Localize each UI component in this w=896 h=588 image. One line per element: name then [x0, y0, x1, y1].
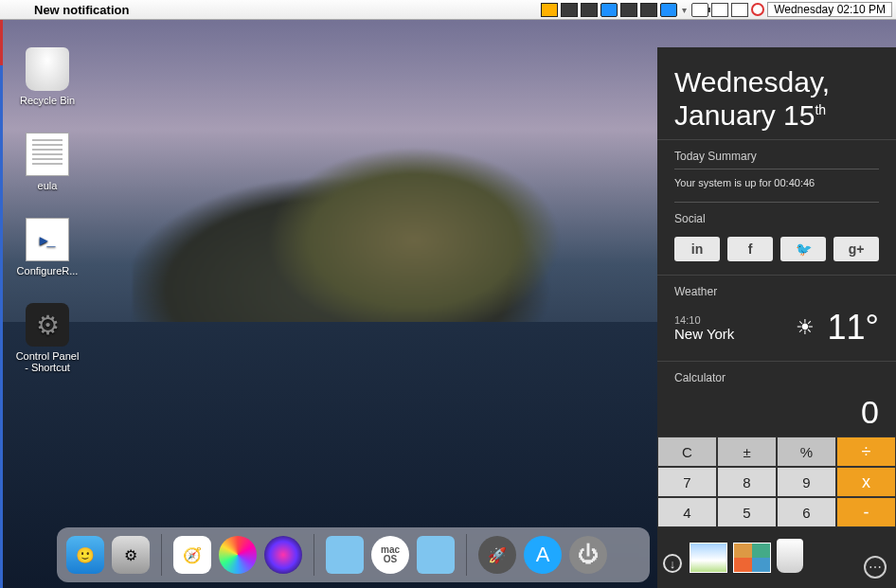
sidebar-widget-panel: Wednesday, January 15th Today Summary Yo…	[657, 47, 896, 588]
desktop-icons: Recycle Bin eula ▸_ ConfigureR... ⚙ Cont…	[11, 47, 83, 400]
gear-icon: ⚙	[26, 303, 69, 347]
tray-app-icon[interactable]	[561, 3, 578, 17]
twitter-button[interactable]: 🐦	[780, 237, 826, 261]
date-suffix: th	[815, 102, 826, 117]
calc-6-button[interactable]: 6	[777, 497, 836, 527]
thumbnail-photo[interactable]	[690, 543, 727, 573]
icon-label: eula	[11, 180, 83, 191]
dock-documents-folder[interactable]	[326, 536, 364, 574]
dock-downloads-folder[interactable]	[417, 536, 455, 574]
social-buttons: in f 🐦 g+	[657, 231, 896, 275]
weather-time: 14:10	[674, 314, 796, 326]
eula-icon[interactable]: eula	[11, 133, 83, 191]
menubar: New notification ▾ Wednesday 02:10 PM	[0, 0, 896, 20]
dock-launchpad[interactable]: 🚀	[478, 536, 516, 574]
dock-safari[interactable]: 🧭	[173, 536, 211, 574]
calculator-header: Calculator	[657, 361, 896, 390]
tray-file-manager-icon[interactable]	[541, 3, 558, 17]
dock: 🙂 ⚙ 🧭 macOS 🚀 A ⏻	[57, 527, 650, 582]
dock-macos[interactable]: macOS	[371, 536, 409, 574]
calc-clear-button[interactable]: C	[657, 437, 717, 467]
tray-chevron-icon[interactable]: ▾	[680, 5, 689, 15]
desktop-thumbnail-stack	[690, 539, 803, 573]
calc-5-button[interactable]: 5	[717, 497, 777, 527]
calculator-keypad: C ± % ÷ 7 8 9 x 4 5 6 -	[657, 437, 896, 527]
calculator-widget: 0 C ± % ÷ 7 8 9 x 4 5 6 -	[657, 390, 896, 527]
powershell-icon: ▸_	[26, 218, 69, 261]
date-line2: January 15th	[674, 99, 879, 133]
weather-temp: 11°	[828, 308, 879, 347]
tray-monitor-icon[interactable]	[711, 3, 728, 17]
social-header: Social	[657, 203, 896, 231]
dock-power[interactable]: ⏻	[569, 536, 607, 574]
recycle-bin-icon[interactable]: Recycle Bin	[11, 47, 83, 106]
tray-edge-icon[interactable]	[660, 3, 677, 17]
configure-remoting-icon[interactable]: ▸_ ConfigureR...	[11, 218, 83, 276]
date-line1: Wednesday,	[674, 66, 879, 99]
dock-system-preferences[interactable]: ⚙	[112, 536, 150, 574]
calc-percent-button[interactable]: %	[777, 437, 836, 467]
calc-plusminus-button[interactable]: ±	[717, 437, 777, 467]
googleplus-button[interactable]: g+	[833, 237, 879, 261]
calc-7-button[interactable]: 7	[657, 467, 717, 497]
tray-app-icon[interactable]	[640, 3, 657, 17]
weather-city: New York	[674, 326, 796, 342]
dock-separator	[314, 534, 314, 576]
dock-trash[interactable]	[777, 539, 803, 573]
calculator-display: 0	[657, 390, 896, 437]
calc-divide-button[interactable]: ÷	[836, 437, 896, 467]
control-panel-shortcut-icon[interactable]: ⚙ Control Panel - Shortcut	[11, 303, 83, 373]
weather-widget[interactable]: 14:10 New York ☀ 11°	[657, 304, 896, 361]
thumbnail-tiles[interactable]	[733, 543, 771, 573]
date-widget: Wednesday, January 15th	[657, 47, 896, 139]
tray-blocked-icon[interactable]	[751, 3, 764, 16]
calc-9-button[interactable]: 9	[777, 467, 836, 497]
weather-header: Weather	[657, 275, 896, 304]
tray-app-icon[interactable]	[581, 3, 598, 17]
tray-clock[interactable]: Wednesday 02:10 PM	[767, 2, 892, 17]
date-month-day: January 15	[674, 99, 815, 131]
download-badge-icon[interactable]: ↓	[663, 554, 682, 573]
icon-label: ConfigureR...	[11, 265, 83, 276]
sun-icon: ☀	[796, 315, 815, 340]
calc-multiply-button[interactable]: x	[836, 467, 896, 497]
tray-edge-icon[interactable]	[600, 3, 618, 17]
dock-app-store[interactable]: A	[524, 536, 562, 574]
calc-4-button[interactable]: 4	[657, 497, 717, 527]
icon-label: Control Panel - Shortcut	[11, 350, 83, 373]
tray-app-icon[interactable]	[620, 3, 637, 17]
system-tray: ▾ Wednesday 02:10 PM	[541, 2, 896, 17]
dock-music[interactable]	[219, 536, 257, 574]
dock-finder[interactable]: 🙂	[66, 536, 104, 574]
facebook-button[interactable]: f	[727, 237, 773, 261]
calc-8-button[interactable]: 8	[717, 467, 777, 497]
summary-header: Today Summary	[657, 139, 896, 169]
uptime-text: Your system is up for 00:40:46	[657, 169, 896, 202]
linkedin-button[interactable]: in	[674, 237, 720, 261]
calc-subtract-button[interactable]: -	[836, 497, 896, 527]
icon-label: Recycle Bin	[11, 95, 83, 106]
dock-siri[interactable]	[264, 536, 302, 574]
document-icon	[26, 133, 69, 176]
notification-title[interactable]: New notification	[34, 3, 129, 17]
dock-separator	[161, 534, 162, 576]
more-button[interactable]: ⋯	[864, 556, 887, 579]
tray-monitor-icon[interactable]	[731, 3, 748, 17]
trash-icon	[26, 47, 69, 91]
tray-battery-icon[interactable]	[691, 3, 708, 17]
dock-separator	[466, 534, 467, 576]
left-window-edge	[0, 20, 3, 588]
